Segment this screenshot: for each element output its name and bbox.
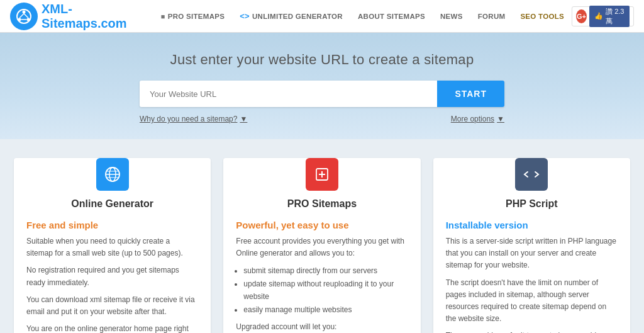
cards-container: Online Generator Free and simple Suitabl… — [14, 158, 630, 333]
list-item: submit sitemap directly from our servers — [243, 264, 408, 277]
card-icon-wrap-1 — [14, 158, 211, 191]
gplus-icon: G+ — [576, 9, 587, 23]
nav-about-sitemaps[interactable]: ABOUT SITEMAPS — [350, 0, 433, 33]
fb-like-button[interactable]: 👍 讚 2.3 萬 — [589, 6, 630, 27]
logo-text: XML-Sitemaps.com — [42, 2, 135, 31]
nav-seo-tools[interactable]: SEO TOOLS — [513, 0, 572, 33]
card-title-1: Online Generator — [14, 198, 211, 210]
svg-point-3 — [27, 18, 30, 21]
globe-icon — [96, 158, 129, 191]
card-subtitle-2: Powerful, yet easy to use — [236, 220, 408, 230]
chevron-down-icon-right: ▼ — [497, 115, 504, 123]
php-script-card: PHP Script Installable version This is a… — [433, 158, 630, 333]
nav-pro-sitemaps[interactable]: ■ PRO SITEMAPS — [153, 0, 232, 33]
card-body-1: Free and simple Suitable when you need t… — [14, 220, 211, 333]
card-text-1-2: You can download xml sitemap file or rec… — [26, 294, 198, 318]
card-title-3: PHP Script — [433, 198, 630, 210]
card-text-3-0: This is a server-side script written in … — [446, 235, 618, 272]
navbar: XML-Sitemaps.com ■ PRO SITEMAPS <> UNLIM… — [0, 0, 644, 33]
logo[interactable]: XML-Sitemaps.com — [10, 2, 135, 31]
card-subtitle-3: Installable version — [446, 220, 618, 230]
svg-line-5 — [24, 13, 28, 18]
hero-links: Why do you need a sitemap? ▼ More option… — [140, 115, 504, 123]
card-text-3-2: There are add-ons for it to create image… — [446, 330, 618, 333]
card-icon-wrap-3 — [433, 158, 630, 191]
card-text-2-1: Upgraded account will let you: — [236, 321, 408, 333]
why-sitemap-link[interactable]: Why do you need a sitemap? ▼ — [140, 115, 247, 123]
url-input[interactable] — [140, 81, 437, 107]
svg-point-1 — [23, 10, 26, 13]
card-text-2-0: Free account provides you everything you… — [236, 235, 408, 259]
pro-icon — [306, 158, 338, 191]
start-button[interactable]: START — [437, 81, 504, 107]
more-options-link[interactable]: More options ▼ — [451, 115, 504, 123]
card-body-3: Installable version This is a server-sid… — [433, 220, 630, 333]
social-group: G+ 👍 讚 2.3 萬 — [572, 6, 634, 26]
nav-forum[interactable]: FORUM — [470, 0, 513, 33]
fb-count: 讚 2.3 萬 — [606, 7, 625, 26]
card-body-2: Powerful, yet easy to use Free account p… — [223, 220, 420, 333]
nav-links: ■ PRO SITEMAPS <> UNLIMITED GENERATOR AB… — [153, 0, 572, 33]
hero-section: Just enter your website URL to create a … — [0, 33, 644, 139]
card-text-3-1: The script doesn't have the limit on num… — [446, 277, 618, 325]
card-icon-wrap-2 — [223, 158, 420, 191]
online-generator-card: Online Generator Free and simple Suitabl… — [14, 158, 211, 333]
card-subtitle-1: Free and simple — [26, 220, 198, 230]
search-form: START — [140, 81, 504, 107]
card-list-2: submit sitemap directly from our servers… — [243, 264, 408, 316]
pro-sitemaps-card: PRO Sitemaps Powerful, yet easy to use F… — [223, 158, 420, 333]
card-text-1-1: No registration required and you get sit… — [26, 264, 198, 288]
code-icon — [515, 158, 548, 191]
list-item: update sitemap without reuploading it to… — [243, 278, 408, 303]
cards-section: Online Generator Free and simple Suitabl… — [0, 139, 644, 333]
card-text-1-3: You are on the online generator home pag… — [26, 323, 198, 333]
list-item: easily manage multiple websites — [243, 303, 408, 316]
nav-unlimited-generator[interactable]: <> UNLIMITED GENERATOR — [232, 0, 350, 33]
svg-point-2 — [18, 18, 21, 21]
thumbs-up-icon: 👍 — [594, 12, 603, 20]
card-title-2: PRO Sitemaps — [223, 198, 420, 210]
logo-icon — [10, 3, 38, 30]
hero-title: Just enter your website URL to create a … — [13, 52, 631, 68]
card-text-1-0: Suitable when you need to quickly create… — [26, 235, 198, 259]
nav-news[interactable]: NEWS — [433, 0, 470, 33]
chevron-down-icon: ▼ — [240, 115, 247, 123]
svg-line-4 — [19, 13, 24, 18]
